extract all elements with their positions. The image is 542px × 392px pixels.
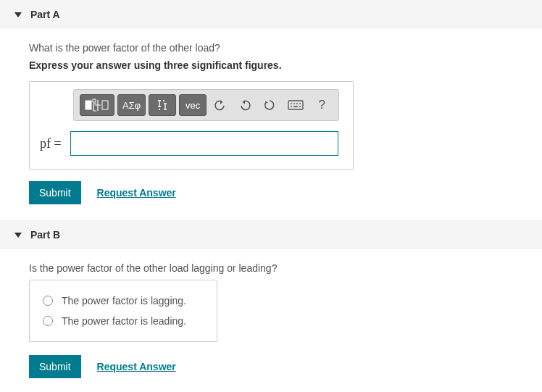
help-icon: ? (318, 98, 325, 112)
submit-button-a[interactable]: Submit (29, 181, 81, 204)
redo-button[interactable] (234, 94, 256, 116)
svg-point-5 (293, 103, 295, 104)
svg-point-9 (299, 106, 301, 107)
answer-box: ΑΣφ vec (29, 81, 354, 170)
vec-button[interactable]: vec (179, 94, 207, 116)
radio-label: The power factor is lagging. (62, 295, 186, 306)
templates-button[interactable] (80, 94, 114, 116)
keyboard-button[interactable] (283, 94, 308, 116)
reset-icon (263, 99, 276, 112)
part-b-actions: Submit Request Answer (29, 355, 513, 378)
input-label: pf = (40, 136, 62, 151)
input-row: pf = (40, 131, 343, 156)
part-a-title: Part A (30, 9, 60, 20)
submit-button-b[interactable]: Submit (29, 355, 81, 378)
radio-circle-icon (43, 296, 53, 306)
caret-down-icon[interactable] (14, 12, 22, 17)
svg-rect-10 (293, 106, 298, 107)
help-button[interactable]: ? (311, 94, 333, 116)
redo-icon (238, 99, 251, 112)
svg-point-7 (299, 103, 301, 104)
caret-down-icon[interactable] (14, 233, 22, 238)
vec-label: vec (185, 100, 200, 111)
symbols-button[interactable]: ΑΣφ (117, 94, 146, 116)
part-b-question: Is the power factor of the other load la… (29, 262, 513, 274)
part-b-title: Part B (30, 229, 60, 241)
scripts-icon (156, 99, 169, 112)
request-answer-link-b[interactable]: Request Answer (97, 361, 176, 372)
templates-icon (85, 99, 109, 112)
request-answer-link-a[interactable]: Request Answer (97, 187, 176, 199)
undo-icon (214, 99, 227, 112)
reset-button[interactable] (259, 94, 280, 116)
radio-label: The power factor is leading. (62, 315, 186, 327)
svg-point-4 (291, 103, 292, 104)
part-a-instruction: Express your answer using three signific… (29, 59, 513, 71)
keyboard-icon (288, 100, 304, 110)
part-b-header[interactable]: Part B (0, 220, 542, 249)
symbols-label: ΑΣφ (122, 100, 141, 111)
part-a-question: What is the power factor of the other lo… (29, 42, 513, 54)
radio-circle-icon (43, 316, 53, 326)
radio-option-lagging[interactable]: The power factor is lagging. (43, 291, 204, 311)
radio-option-leading[interactable]: The power factor is leading. (43, 311, 204, 331)
scripts-button[interactable] (149, 94, 176, 116)
part-a-actions: Submit Request Answer (29, 181, 513, 204)
part-b-body: Is the power factor of the other load la… (0, 249, 542, 392)
part-a-body: What is the power factor of the other lo… (0, 29, 542, 220)
svg-rect-1 (93, 99, 96, 102)
equation-toolbar: ΑΣφ vec (73, 89, 339, 121)
answer-input[interactable] (70, 131, 338, 156)
undo-button[interactable] (209, 94, 231, 116)
svg-rect-2 (102, 101, 108, 109)
svg-rect-0 (86, 101, 91, 109)
svg-point-6 (296, 103, 298, 104)
svg-point-8 (291, 106, 292, 107)
radio-box: The power factor is lagging. The power f… (29, 280, 217, 342)
part-a-header[interactable]: Part A (0, 0, 542, 29)
svg-rect-3 (288, 101, 303, 109)
